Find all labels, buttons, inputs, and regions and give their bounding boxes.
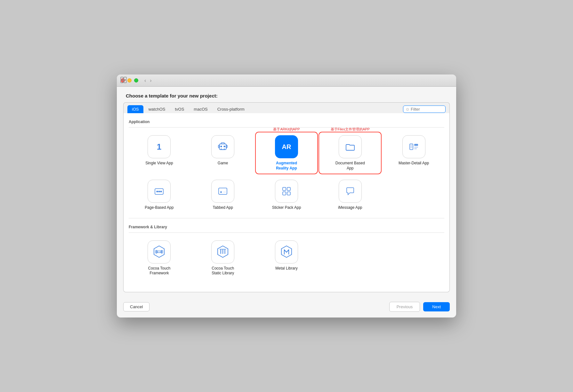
svg-rect-28 — [287, 187, 290, 191]
template-page-based-app[interactable]: Page-Based App — [129, 177, 190, 213]
tab-macos[interactable]: macOS — [189, 105, 212, 113]
svg-point-8 — [221, 146, 222, 147]
svg-rect-10 — [221, 143, 224, 144]
svg-rect-18 — [410, 145, 412, 145]
template-imessage-app[interactable]: iMessage App — [319, 177, 381, 213]
svg-rect-0 — [121, 77, 123, 80]
svg-rect-39 — [220, 249, 226, 250]
svg-rect-16 — [414, 147, 418, 148]
svg-rect-27 — [283, 187, 286, 191]
tabbed-app-icon: ★ ··· — [211, 180, 234, 203]
tab-group: iOS watchOS tvOS macOS Cross-platform — [127, 105, 403, 113]
svg-marker-40 — [281, 246, 292, 257]
nav-button-group: Previous Next — [389, 302, 450, 312]
application-template-grid: 1 Single View App — [129, 133, 444, 213]
sticker-pack-app-label: Sticker Pack App — [272, 205, 301, 210]
svg-rect-15 — [414, 144, 418, 146]
titlebar: ‹ › — [117, 74, 456, 87]
template-ar-app[interactable]: 基于ARKit的APP AR AugmentedReality App — [256, 133, 317, 173]
svg-point-22 — [157, 191, 158, 192]
forward-nav-button[interactable]: › — [148, 77, 153, 84]
svg-rect-6 — [218, 145, 220, 148]
svg-rect-19 — [410, 146, 412, 147]
template-tabbed-app[interactable]: ★ ··· Tabbed App — [192, 177, 254, 213]
page-based-app-label: Page-Based App — [145, 205, 174, 210]
svg-rect-30 — [287, 192, 290, 195]
tab-crossplatform[interactable]: Cross-platform — [213, 105, 249, 113]
svg-point-24 — [160, 191, 162, 192]
svg-rect-36 — [220, 249, 221, 254]
dialog-window: ‹ › Choose a template for your new proje… — [117, 74, 456, 318]
svg-rect-2 — [121, 80, 123, 83]
template-game[interactable]: Game — [192, 133, 254, 173]
template-cocoa-touch-framework[interactable]: Cocoa TouchFramework — [129, 238, 190, 278]
single-view-app-label: Single View App — [145, 161, 173, 166]
ar-app-label: AugmentedReality App — [276, 161, 297, 171]
template-master-detail-app[interactable]: Master-Detail App — [383, 133, 444, 173]
document-annotation: 基于Files文件管理的APP — [331, 127, 370, 132]
document-based-app-label: Document BasedApp — [335, 161, 365, 171]
single-view-app-icon: 1 — [148, 135, 171, 158]
content-area: Application 1 Single View App — [123, 113, 450, 292]
svg-rect-5 — [219, 144, 226, 150]
svg-rect-20 — [410, 147, 412, 148]
ar-app-icon: AR — [275, 135, 298, 158]
dialog-header: Choose a template for your new project: — [117, 87, 456, 102]
ar-annotation: 基于ARKit的APP — [273, 127, 300, 132]
svg-rect-29 — [283, 192, 286, 195]
template-document-based-app[interactable]: 基于Files文件管理的APP Document BasedApp — [319, 133, 381, 173]
cancel-button[interactable]: Cancel — [123, 302, 149, 311]
dialog-body: iOS watchOS tvOS macOS Cross-platform ⊙ … — [117, 102, 456, 297]
master-detail-icon — [402, 135, 425, 158]
imessage-app-label: iMessage App — [338, 205, 362, 210]
svg-rect-12 — [224, 148, 225, 150]
svg-rect-37 — [222, 249, 223, 254]
tabs-bar: iOS watchOS tvOS macOS Cross-platform ⊙ — [123, 102, 450, 113]
svg-rect-11 — [221, 148, 222, 150]
game-icon — [211, 135, 234, 158]
svg-text:★ ···: ★ ··· — [220, 190, 226, 194]
svg-text:AR: AR — [282, 143, 291, 150]
template-sticker-pack-app[interactable]: Sticker Pack App — [256, 177, 317, 213]
template-metal-library[interactable]: Metal Library — [256, 238, 317, 278]
sticker-pack-icon — [275, 180, 298, 203]
tab-watchos[interactable]: watchOS — [144, 105, 170, 113]
filter-icon: ⊙ — [406, 107, 409, 112]
document-app-icon — [339, 135, 362, 158]
imessage-icon — [339, 180, 362, 203]
template-single-view-app[interactable]: 1 Single View App — [129, 133, 190, 173]
svg-rect-17 — [414, 148, 417, 149]
framework-template-grid: Cocoa TouchFramework — [129, 238, 444, 278]
header-label: Choose a template for your new project: — [126, 93, 218, 98]
game-label: Game — [218, 161, 228, 166]
framework-section-header: Framework & Library — [129, 223, 444, 233]
svg-point-9 — [224, 146, 225, 147]
application-section-header: Application — [129, 118, 444, 128]
cocoa-touch-framework-label: Cocoa TouchFramework — [148, 266, 170, 276]
grid-icon — [120, 76, 127, 83]
cocoa-touch-framework-icon — [148, 240, 171, 263]
back-nav-button[interactable]: ‹ — [143, 77, 148, 84]
minimize-button[interactable] — [127, 78, 132, 82]
page-based-icon — [148, 180, 171, 203]
tab-ios[interactable]: iOS — [127, 105, 143, 113]
cocoa-touch-static-library-icon — [211, 240, 234, 263]
maximize-button[interactable] — [134, 78, 138, 82]
dialog-footer: Cancel Previous Next — [117, 297, 456, 318]
next-button[interactable]: Next — [423, 302, 450, 311]
svg-rect-7 — [226, 145, 227, 148]
filter-box: ⊙ — [403, 106, 446, 113]
section-divider — [129, 218, 444, 218]
svg-rect-3 — [124, 80, 126, 83]
cocoa-touch-static-library-label: Cocoa TouchStatic Library — [212, 266, 234, 276]
svg-point-23 — [158, 191, 160, 192]
template-cocoa-touch-static-library[interactable]: Cocoa TouchStatic Library — [192, 238, 254, 278]
master-detail-app-label: Master-Detail App — [399, 161, 429, 166]
filter-input[interactable] — [411, 107, 443, 112]
tab-tvos[interactable]: tvOS — [170, 105, 189, 113]
previous-button[interactable]: Previous — [389, 302, 420, 312]
svg-text:1: 1 — [157, 142, 161, 152]
metal-library-label: Metal Library — [275, 266, 297, 271]
metal-library-icon — [275, 240, 298, 263]
svg-rect-38 — [224, 249, 225, 254]
